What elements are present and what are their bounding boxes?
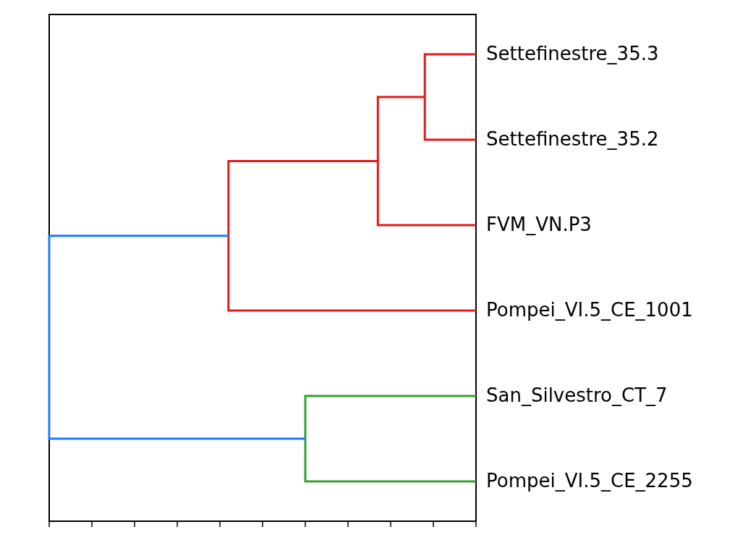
- leaf-label: Settefinestre_35.2: [486, 128, 658, 150]
- dendro-link: [425, 54, 476, 140]
- dendro-link: [49, 236, 305, 439]
- plot-border: [49, 14, 476, 521]
- dendrogram-chart: Settefinestre_35.3Settefinestre_35.2FVM_…: [0, 0, 756, 548]
- dendrogram-links: [49, 54, 476, 481]
- leaf-label: Pompei_VI.5_CE_2255: [486, 470, 693, 492]
- leaf-label: Pompei_VI.5_CE_1001: [486, 299, 693, 321]
- dendro-link: [229, 161, 476, 311]
- leaf-label: FVM_VN.P3: [486, 214, 592, 235]
- leaf-label: San_Silvestro_CT_7: [486, 384, 668, 406]
- dendro-link: [305, 396, 476, 481]
- dendro-link: [378, 97, 476, 225]
- dendrogram-svg: Settefinestre_35.3Settefinestre_35.2FVM_…: [0, 0, 756, 548]
- leaf-label: Settefinestre_35.3: [486, 43, 658, 64]
